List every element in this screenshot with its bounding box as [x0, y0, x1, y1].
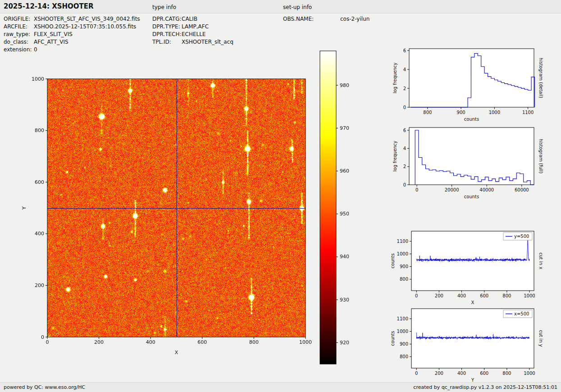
meta-row: raw_type:FLEX_SLIT_VIS [4, 31, 140, 38]
svg-text:6: 6 [403, 48, 406, 53]
meta-row: TPL.ID:XSHOOTER_slt_acq [152, 38, 233, 46]
cut-in-x-plot: 0200400600800100080090010001100Xcountscu… [391, 228, 546, 311]
meta-value: ECHELLE [182, 31, 206, 38]
meta-value: XSHOOTER_SLT_AFC_VIS_349_0042.fits [34, 15, 140, 23]
svg-text:200: 200 [35, 283, 44, 288]
meta-label: extension: [4, 46, 34, 54]
svg-text:X: X [175, 350, 178, 356]
svg-text:0: 0 [46, 339, 49, 345]
meta-label: OBS.NAME: [283, 15, 340, 23]
meta-label: ARCFILE: [4, 23, 34, 31]
meta-row: ORIGFILE:XSHOOTER_SLT_AFC_VIS_349_0042.f… [4, 15, 140, 23]
svg-text:980: 980 [340, 82, 349, 88]
svg-text:cut in x: cut in x [538, 252, 543, 269]
svg-text:600: 600 [197, 339, 207, 345]
svg-text:counts: counts [391, 253, 395, 268]
svg-text:1100: 1100 [397, 316, 408, 321]
meta-label: DPR.CATG: [152, 15, 182, 23]
meta-label: DPR.TYPE: [152, 23, 182, 31]
cut-x-svg: 0200400600800100080090010001100Xcountscu… [391, 228, 546, 311]
histogram-detail-plot: 800900100011000246countslog frequencyhis… [391, 45, 546, 128]
hist-detail-svg: 800900100011000246countslog frequencyhis… [391, 45, 546, 128]
raw-image-axes: 0200400600800100002004006008001000XY [18, 68, 333, 365]
svg-text:X: X [471, 300, 474, 305]
meta-row: DPR.CATG:CALIB [152, 15, 233, 23]
svg-text:Y: Y [21, 206, 27, 210]
svg-text:x=500: x=500 [514, 311, 529, 316]
header-bar: 2025-12-14: XSHOOTER type info set-up in… [0, 0, 561, 14]
svg-text:1000: 1000 [32, 76, 44, 82]
meta-row: ARCFILE:XSHOO.2025-12-15T07:35:10.055.fi… [4, 23, 140, 31]
hist-full-svg: 02000040000600000246countslog frequencyh… [391, 124, 546, 207]
svg-text:counts: counts [464, 194, 479, 199]
svg-text:1000: 1000 [397, 251, 408, 256]
type-info-block: DPR.CATG:CALIBDPR.TYPE:LAMP,AFCDPR.TECH:… [152, 15, 233, 46]
svg-text:histogram (full): histogram (full) [538, 139, 543, 173]
svg-text:900: 900 [400, 342, 408, 346]
meta-value: AFC_ATT_VIS [34, 38, 68, 46]
svg-text:400: 400 [35, 231, 44, 237]
svg-text:0: 0 [403, 182, 406, 187]
svg-text:cut in y: cut in y [538, 330, 543, 346]
svg-text:20000: 20000 [445, 187, 459, 192]
meta-row: OBS.NAME:cos-2-yilun [283, 15, 369, 23]
meta-value: XSHOOTER_slt_acq [182, 38, 233, 46]
svg-text:1000: 1000 [489, 110, 500, 115]
svg-text:800: 800 [423, 110, 432, 115]
svg-text:0: 0 [415, 293, 418, 298]
meta-label: do_class: [4, 38, 34, 46]
svg-text:4: 4 [403, 67, 406, 72]
meta-row: extension:0 [4, 46, 140, 54]
svg-text:0: 0 [403, 105, 406, 110]
svg-text:930: 930 [340, 297, 349, 303]
svg-text:600: 600 [35, 179, 44, 185]
svg-text:940: 940 [340, 254, 349, 260]
svg-text:800: 800 [400, 354, 408, 359]
colorbar-axes: 980970960950940930920 [318, 47, 360, 376]
cut-y-svg: 0200400600800100080090010001100Ycountscu… [391, 305, 546, 388]
svg-text:900: 900 [400, 264, 408, 269]
svg-text:2: 2 [403, 86, 406, 91]
meta-label: TPL.ID: [152, 38, 182, 46]
svg-text:counts: counts [391, 331, 395, 346]
svg-text:800: 800 [502, 371, 511, 376]
raw-image-plot: 0200400600800100002004006008001000XY [18, 68, 333, 365]
meta-value: XSHOO.2025-12-15T07:35:10.055.fits [34, 23, 136, 31]
svg-text:200: 200 [94, 339, 104, 345]
svg-text:2: 2 [403, 164, 406, 169]
svg-text:1100: 1100 [397, 239, 408, 244]
svg-text:920: 920 [340, 340, 349, 346]
cut-in-y-plot: 0200400600800100080090010001100Ycountscu… [391, 305, 546, 388]
meta-value: 0 [34, 46, 37, 54]
svg-text:600: 600 [480, 371, 488, 376]
meta-value: CALIB [182, 15, 197, 23]
svg-text:0: 0 [41, 334, 44, 340]
svg-text:800: 800 [249, 339, 259, 345]
svg-text:1000: 1000 [397, 329, 408, 334]
svg-text:1100: 1100 [522, 110, 534, 115]
svg-text:800: 800 [502, 293, 511, 298]
svg-text:y=500: y=500 [514, 234, 529, 239]
svg-text:60000: 60000 [515, 187, 529, 192]
meta-label: raw_type: [4, 31, 34, 38]
svg-text:950: 950 [340, 211, 349, 217]
svg-text:0: 0 [415, 371, 418, 376]
setup-info-block: OBS.NAME:cos-2-yilun [283, 15, 369, 23]
setup-info-header: set-up info [283, 4, 312, 10]
svg-text:6: 6 [403, 128, 406, 133]
footer-bar: powered by QC: www.eso.org/HC created by… [0, 382, 561, 392]
svg-text:counts: counts [464, 117, 479, 122]
svg-text:log frequency: log frequency [392, 63, 397, 94]
svg-text:200: 200 [435, 293, 443, 298]
meta-label: ORIGFILE: [4, 15, 34, 23]
svg-text:histogram (detail): histogram (detail) [538, 58, 543, 98]
svg-text:800: 800 [35, 128, 44, 133]
colorbar: 980970960950940930920 [318, 47, 360, 376]
histogram-full-plot: 02000040000600000246countslog frequencyh… [391, 124, 546, 207]
meta-row: DPR.TECH:ECHELLE [152, 31, 233, 38]
svg-text:40000: 40000 [479, 187, 494, 192]
svg-text:200: 200 [435, 371, 443, 376]
meta-value: LAMP,AFC [182, 23, 209, 31]
svg-text:400: 400 [146, 339, 155, 345]
footer-left: powered by QC: www.eso.org/HC [4, 384, 85, 390]
